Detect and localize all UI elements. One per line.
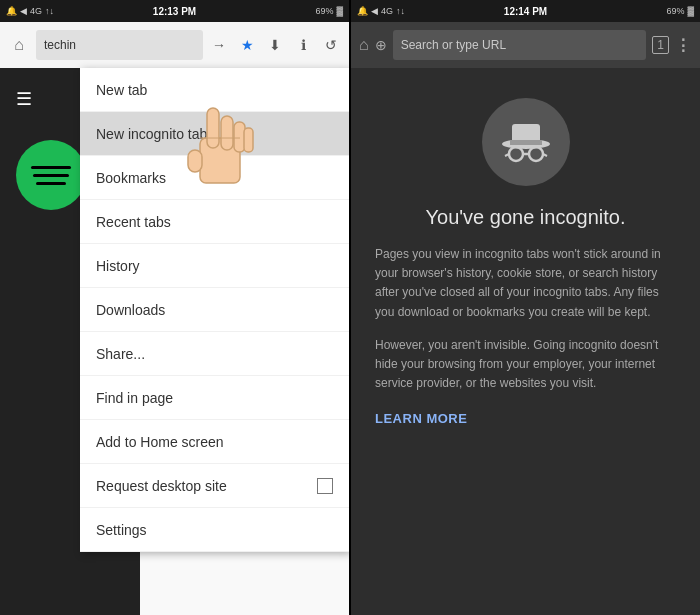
- menu-item-add-home-label: Add to Home screen: [96, 434, 224, 450]
- incognito-title: You've gone incognito.: [426, 206, 626, 229]
- menu-item-settings-label: Settings: [96, 522, 147, 538]
- menu-item-desktop-label: Request desktop site: [96, 478, 227, 494]
- menu-item-bookmarks-label: Bookmarks: [96, 170, 166, 186]
- spotify-line-2: [33, 174, 69, 177]
- status-right-right-icons: 69% ▓: [666, 6, 694, 16]
- back-icon: ◀: [20, 6, 27, 16]
- menu-item-bookmarks[interactable]: Bookmarks: [80, 156, 349, 200]
- status-right-left-icons: 🔔 ◀ 4G ↑↓: [357, 6, 405, 16]
- battery-percent: 69%: [315, 6, 333, 16]
- menu-item-history[interactable]: History: [80, 244, 349, 288]
- url-text: techin: [44, 38, 76, 52]
- incognito-desc2: However, you aren't invisible. Going inc…: [375, 336, 676, 394]
- dropdown-menu: New tab New incognito tab Bookmarks Rece…: [80, 68, 349, 552]
- menu-item-add-home[interactable]: Add to Home screen: [80, 420, 349, 464]
- menu-item-share[interactable]: Share...: [80, 332, 349, 376]
- spotify-line-1: [31, 166, 71, 169]
- more-icon-right[interactable]: ⋮: [675, 36, 692, 55]
- menu-item-new-tab[interactable]: New tab: [80, 68, 349, 112]
- svg-rect-9: [510, 140, 542, 145]
- svg-point-16: [532, 150, 540, 158]
- info-icon[interactable]: ℹ: [293, 35, 313, 55]
- learn-more-button[interactable]: LEARN MORE: [375, 411, 467, 426]
- chrome-toolbar-right: ⌂ ⊕ Search or type URL 1 ⋮: [351, 22, 700, 68]
- network-icon: 4G: [30, 6, 42, 16]
- spotify-logo: [16, 140, 86, 210]
- spotify-line-3: [36, 182, 66, 185]
- incognito-icon-container: [482, 98, 570, 186]
- menu-item-downloads[interactable]: Downloads: [80, 288, 349, 332]
- left-panel: 🔔 ◀ 4G ↑↓ 12:13 PM 69% ▓ ⌂ techin → ★ ⬇ …: [0, 0, 349, 615]
- data-icon-r: ↑↓: [396, 6, 405, 16]
- status-left-icons: 🔔 ◀ 4G ↑↓: [6, 6, 54, 16]
- menu-item-recent-tabs-label: Recent tabs: [96, 214, 171, 230]
- battery-percent-r: 69%: [666, 6, 684, 16]
- spotify-lines: [31, 166, 71, 185]
- battery-icon: ▓: [336, 6, 343, 16]
- battery-icon-r: ▓: [687, 6, 694, 16]
- url-placeholder-right: Search or type URL: [401, 38, 506, 52]
- menu-item-incognito[interactable]: New incognito tab: [80, 112, 349, 156]
- menu-item-incognito-label: New incognito tab: [96, 126, 207, 142]
- menu-item-history-label: History: [96, 258, 140, 274]
- home-icon-right[interactable]: ⌂: [359, 36, 369, 54]
- home-icon[interactable]: ⌂: [8, 34, 30, 56]
- secure-icon-right: ⊕: [375, 37, 387, 53]
- status-bar-right: 🔔 ◀ 4G ↑↓ 12:14 PM 69% ▓: [351, 0, 700, 22]
- incognito-hat-icon: [496, 112, 556, 172]
- menu-item-share-label: Share...: [96, 346, 145, 362]
- menu-item-recent-tabs[interactable]: Recent tabs: [80, 200, 349, 244]
- status-time-right: 12:14 PM: [504, 6, 547, 17]
- url-bar-right[interactable]: Search or type URL: [393, 30, 647, 60]
- incognito-content: You've gone incognito. Pages you view in…: [351, 68, 700, 615]
- refresh-icon[interactable]: ↺: [321, 35, 341, 55]
- data-icon: ↑↓: [45, 6, 54, 16]
- tab-count-right[interactable]: 1: [652, 36, 669, 54]
- forward-icon[interactable]: →: [209, 35, 229, 55]
- speaker-icon: 🔔: [6, 6, 17, 16]
- right-panel: 🔔 ◀ 4G ↑↓ 12:14 PM 69% ▓ ⌂ ⊕ Search or t…: [351, 0, 700, 615]
- desktop-checkbox[interactable]: [317, 478, 333, 494]
- network-icon-r: 4G: [381, 6, 393, 16]
- back-icon-r: ◀: [371, 6, 378, 16]
- toolbar-right-icons: → ★ ⬇ ℹ ↺: [209, 35, 341, 55]
- menu-item-find[interactable]: Find in page: [80, 376, 349, 420]
- menu-item-find-label: Find in page: [96, 390, 173, 406]
- menu-item-settings[interactable]: Settings: [80, 508, 349, 552]
- status-right-icons: 69% ▓: [315, 6, 343, 16]
- incognito-desc1: Pages you view in incognito tabs won't s…: [375, 245, 676, 322]
- speaker-icon-r: 🔔: [357, 6, 368, 16]
- menu-item-new-tab-label: New tab: [96, 82, 147, 98]
- menu-item-desktop[interactable]: Request desktop site: [80, 464, 349, 508]
- bookmark-icon[interactable]: ★: [237, 35, 257, 55]
- svg-point-15: [512, 150, 520, 158]
- chrome-toolbar-left: ⌂ techin → ★ ⬇ ℹ ↺: [0, 22, 349, 68]
- download-icon[interactable]: ⬇: [265, 35, 285, 55]
- status-time-left: 12:13 PM: [153, 6, 196, 17]
- status-bar-left: 🔔 ◀ 4G ↑↓ 12:13 PM 69% ▓: [0, 0, 349, 22]
- url-bar-left[interactable]: techin: [36, 30, 203, 60]
- menu-item-downloads-label: Downloads: [96, 302, 165, 318]
